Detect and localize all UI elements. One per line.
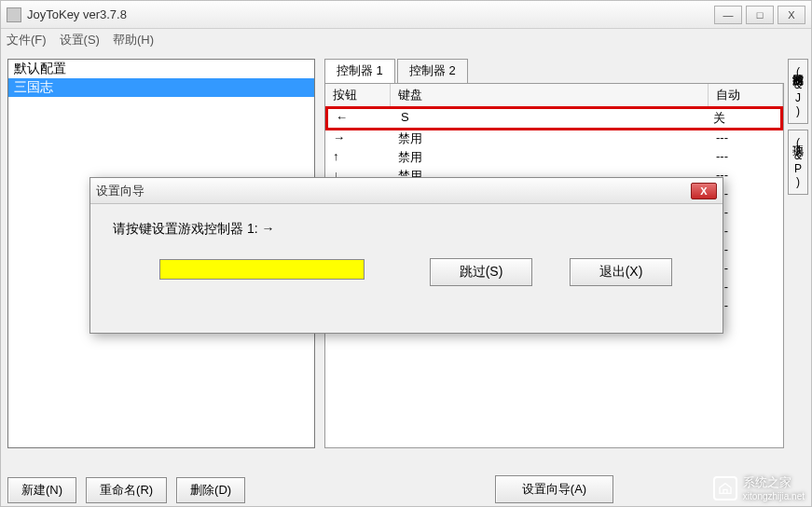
dialog-close-button[interactable]: X — [691, 183, 717, 199]
dialog-body: 请按键设置游戏控制器 1: → 跳过(S) 退出(X) — [90, 204, 723, 310]
key-capture-input[interactable] — [159, 259, 365, 280]
dialog-prompt: 请按键设置游戏控制器 1: → — [113, 221, 700, 238]
skip-button[interactable]: 跳过(S) — [430, 258, 532, 286]
exit-button[interactable]: 退出(X) — [570, 258, 672, 286]
dialog-overlay: 设置向导 X 请按键设置游戏控制器 1: → 跳过(S) 退出(X) — [0, 0, 812, 507]
dialog-title: 设置向导 — [96, 183, 691, 199]
dialog-titlebar: 设置向导 X — [90, 178, 723, 204]
wizard-dialog: 设置向导 X 请按键设置游戏控制器 1: → 跳过(S) 退出(X) — [89, 177, 723, 334]
